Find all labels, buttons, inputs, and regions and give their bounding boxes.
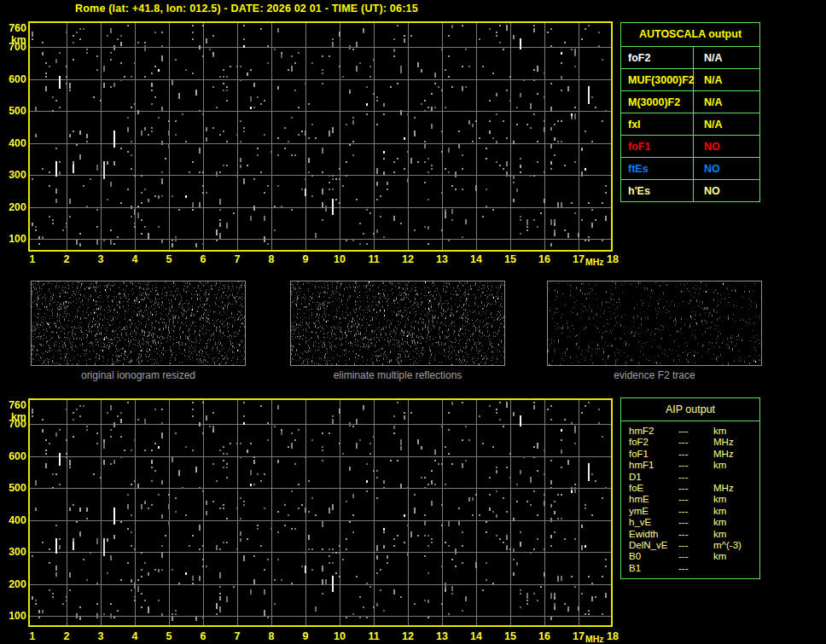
aip-row-unit: MHz <box>713 437 759 448</box>
x-axis-tick: 4 <box>122 253 148 265</box>
aip-table-row: hmF1---km <box>629 460 759 471</box>
aip-row-value: --- <box>678 517 713 528</box>
x-axis-tick: 16 <box>532 630 557 642</box>
autoscala-output-table: AUTOSCALA output foF2N/AMUF(3000)F2N/AM(… <box>620 22 760 202</box>
aip-row-unit: km <box>713 517 759 528</box>
autoscala-row-value: N/A <box>694 91 723 113</box>
autoscala-row-value: NO <box>694 158 720 179</box>
aip-row-unit <box>713 472 759 483</box>
aip-row-label: B1 <box>629 563 678 574</box>
x-axis-tick: 14 <box>463 630 489 642</box>
aip-row-value: --- <box>678 494 713 505</box>
autoscala-row-label: ftEs <box>621 158 694 179</box>
autoscala-row-label: fxI <box>621 113 694 135</box>
y-axis-tick: 500 <box>0 105 26 117</box>
aip-row-unit: km <box>713 529 759 540</box>
aip-table-row: ymE---km <box>629 506 759 517</box>
x-axis-tick: 10 <box>327 253 352 265</box>
panel-evidence-f2 <box>547 281 762 366</box>
aip-table-header: AIP output <box>621 398 759 421</box>
aip-row-unit: MHz <box>713 449 759 460</box>
aip-row-label: foF1 <box>629 449 678 460</box>
autoscala-table-row: M(3000)F2N/A <box>621 91 759 113</box>
aip-row-label: foF2 <box>629 437 678 448</box>
x-axis-tick: 2 <box>54 253 79 265</box>
panel-original-ionogram <box>31 281 246 366</box>
x-axis-tick: 12 <box>395 253 421 265</box>
x-axis-tick: 9 <box>293 253 318 265</box>
aip-row-value: --- <box>678 426 713 437</box>
aip-row-label: foE <box>629 483 678 494</box>
aip-row-label: D1 <box>629 472 678 483</box>
x-axis-tick: 1 <box>20 253 45 265</box>
aip-table-row: hmE---km <box>629 494 759 505</box>
autoscala-table-body: foF2N/AMUF(3000)F2N/AM(3000)F2N/AfxIN/Af… <box>621 47 759 201</box>
autoscala-row-label: foF2 <box>621 47 694 68</box>
panel-canvas-f2trace <box>548 281 761 365</box>
x-axis-tick: 7 <box>224 253 250 265</box>
y-axis-tick: 600 <box>0 73 26 85</box>
panel-eliminate-reflections <box>290 281 505 366</box>
aip-row-unit: km <box>713 494 759 505</box>
aip-row-label: B0 <box>629 551 678 562</box>
autoscala-table-row: fxIN/A <box>621 113 759 136</box>
x-axis-tick: 15 <box>497 630 523 642</box>
panel-caption-original: original ionogram resized <box>31 369 246 381</box>
y-axis-unit-label: km <box>0 34 26 46</box>
autoscala-row-value: N/A <box>694 113 723 135</box>
aip-row-label: hmE <box>629 494 678 505</box>
x-axis-tick: 11 <box>361 253 387 265</box>
page-title: Rome (lat: +41.8, lon: 012.5) - DATE: 20… <box>75 3 418 15</box>
y-axis-tick: 300 <box>0 169 26 181</box>
x-axis-tick: 2 <box>54 630 79 642</box>
x-axis-tick: 3 <box>88 630 113 642</box>
autoscala-row-label: h'Es <box>621 180 694 201</box>
autoscala-table-header: AUTOSCALA output <box>621 23 759 47</box>
aip-row-label: hmF2 <box>629 426 678 437</box>
autoscala-row-value: NO <box>694 180 720 201</box>
aip-row-value: --- <box>678 529 713 540</box>
y-axis-tick: 760 <box>0 22 26 34</box>
panel-canvas-reflections <box>291 281 504 365</box>
x-axis-tick: 9 <box>293 630 318 642</box>
x-axis-tick: 5 <box>156 253 182 265</box>
aip-table-row: DelN_vE---m^(-3) <box>629 540 759 551</box>
aip-table-row: B0---km <box>629 551 759 562</box>
aip-row-label: DelN_vE <box>629 540 678 551</box>
aip-table-row: h_vE---km <box>629 517 759 528</box>
y-axis-tick: 400 <box>0 137 26 149</box>
ionogram-plot-bottom <box>28 398 613 627</box>
panel-caption-f2trace: evidence F2 trace <box>547 369 762 381</box>
x-axis-tick: 8 <box>259 253 284 265</box>
aip-row-unit: m^(-3) <box>713 540 759 551</box>
autoscala-window: Rome (lat: +41.8, lon: 012.5) - DATE: 20… <box>0 0 826 644</box>
aip-row-value: --- <box>678 460 713 471</box>
aip-row-value: --- <box>678 540 713 551</box>
x-axis-tick: 4 <box>122 630 148 642</box>
aip-row-unit: km <box>713 460 759 471</box>
x-axis-tick: 3 <box>88 253 113 265</box>
panel-canvas-original <box>32 281 245 365</box>
ionogram-canvas-top <box>30 23 611 250</box>
x-axis-tick: 14 <box>463 253 489 265</box>
x-axis-tick: 5 <box>156 630 182 642</box>
x-axis-tick: 6 <box>190 630 216 642</box>
aip-row-unit: km <box>713 551 759 562</box>
aip-row-unit <box>713 563 759 574</box>
autoscala-table-row: foF1NO <box>621 136 759 158</box>
aip-row-value: --- <box>678 472 713 483</box>
y-axis-tick: 760 <box>0 399 26 411</box>
aip-row-label: Ewidth <box>629 529 678 540</box>
autoscala-table-row: MUF(3000)F2N/A <box>621 69 759 91</box>
aip-row-unit: MHz <box>713 483 759 494</box>
x-axis-tick: 11 <box>361 630 387 642</box>
x-axis-tick: 16 <box>532 253 557 265</box>
aip-row-value: --- <box>678 483 713 494</box>
aip-row-unit: km <box>713 426 759 437</box>
ionogram-canvas-bottom <box>30 400 611 625</box>
panel-caption-reflections: eliminate multiple reflections <box>290 369 505 381</box>
x-axis-tick: 1 <box>20 630 45 642</box>
x-axis-tick: 8 <box>259 630 284 642</box>
x-axis-tick: 6 <box>190 253 216 265</box>
y-axis-tick: 300 <box>0 546 26 558</box>
